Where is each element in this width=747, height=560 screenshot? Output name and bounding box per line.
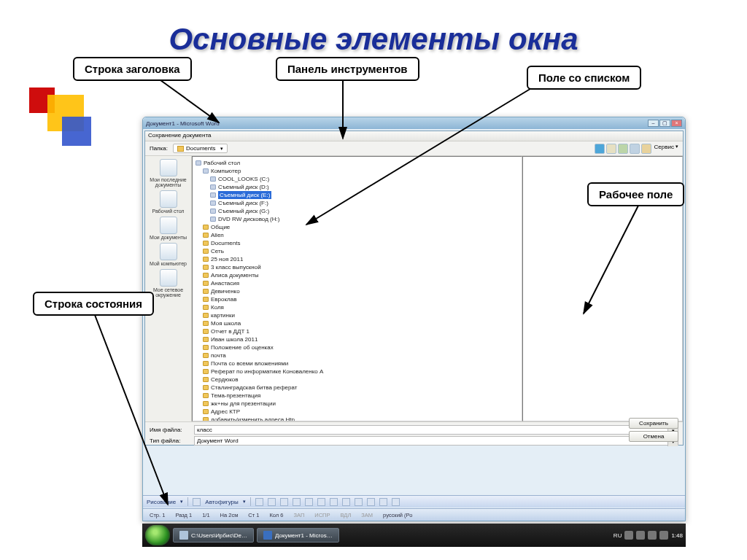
wordart-icon[interactable] xyxy=(317,498,325,506)
font-color-icon[interactable] xyxy=(392,498,400,506)
place-mydocs[interactable]: Мои документы xyxy=(147,217,190,240)
chevron-down-icon: ▾ xyxy=(220,146,223,152)
folder-icon xyxy=(203,289,209,294)
folder-icon xyxy=(203,401,209,406)
line-color-icon[interactable] xyxy=(379,498,387,506)
explorer-icon xyxy=(179,531,188,540)
dvd-icon xyxy=(210,217,216,222)
folder-icon xyxy=(203,329,209,334)
folder-combo[interactable]: Documents ▾ xyxy=(173,144,228,153)
file-name-input[interactable]: класс ▾ xyxy=(194,425,678,435)
maximize-button[interactable]: ▢ xyxy=(659,120,670,127)
tray-icon[interactable] xyxy=(624,531,633,540)
drive-icon xyxy=(210,184,216,190)
arrow-tool-icon[interactable] xyxy=(268,498,276,506)
folder-icon xyxy=(203,409,209,414)
taskbar-item-word[interactable]: Документ1 - Micros… xyxy=(257,528,339,542)
folder-icon xyxy=(203,297,209,302)
status-line: Ст 1 xyxy=(246,512,261,518)
start-button[interactable] xyxy=(145,525,170,545)
delete-icon[interactable] xyxy=(618,144,628,154)
save-button[interactable]: Сохранить xyxy=(629,418,678,429)
status-zap: ЗАП xyxy=(291,512,306,518)
folder-icon xyxy=(203,321,209,326)
callout-title-bar: Строка заголовка xyxy=(73,57,192,81)
computer-icon xyxy=(160,243,177,260)
save-dialog-footer: Имя файла: класс ▾ Тип файла: Документ W… xyxy=(145,421,683,448)
folder-tree[interactable]: Рабочий стол Компьютер COOL_LOOKS (C:) С… xyxy=(192,156,522,421)
place-desktop[interactable]: Рабочий стол xyxy=(147,190,190,214)
desktop-icon xyxy=(196,160,201,166)
network-icon[interactable] xyxy=(659,531,668,540)
status-lang: русский (Ро xyxy=(381,512,414,518)
file-name-label: Имя файла: xyxy=(150,427,190,433)
drive-icon xyxy=(210,192,216,198)
callout-work-area: Рабочее поле xyxy=(587,182,684,206)
select-tool-icon[interactable] xyxy=(193,498,201,506)
chevron-down-icon: ▾ xyxy=(243,499,246,505)
cancel-button[interactable]: Отмена xyxy=(629,431,678,442)
callout-combo: Поле со списком xyxy=(527,66,641,90)
status-page: Стр. 1 xyxy=(147,512,167,518)
diagram-icon[interactable] xyxy=(330,498,338,506)
folder-icon xyxy=(203,337,209,342)
clipart-icon[interactable] xyxy=(342,498,350,506)
chevron-down-icon: ▾ xyxy=(676,144,678,154)
recent-icon xyxy=(160,159,177,176)
docs-icon xyxy=(160,217,177,234)
folder-icon xyxy=(203,417,209,421)
folder-icon xyxy=(203,257,209,262)
callout-toolbar: Панель инструментов xyxy=(276,57,419,81)
decor-square-blue xyxy=(62,117,91,146)
fill-color-icon[interactable] xyxy=(367,498,375,506)
drawing-label[interactable]: Рисование xyxy=(147,499,176,505)
status-pages: 1/1 xyxy=(200,512,212,518)
status-ispr: ИСПР xyxy=(312,512,332,518)
folder-icon xyxy=(203,393,209,398)
status-col: Кол 6 xyxy=(267,512,285,518)
status-vdl: ВДЛ xyxy=(338,512,353,518)
slide-title: Основные элементы окна xyxy=(0,22,747,57)
folder-icon xyxy=(203,369,209,374)
callout-status-bar: Строка состояния xyxy=(33,292,154,316)
taskbar-item-explorer[interactable]: C:\Users\Ирбис\De… xyxy=(173,528,254,542)
back-icon[interactable] xyxy=(595,144,605,154)
taskbar: C:\Users\Ирбис\De… Документ1 - Micros… R… xyxy=(142,524,686,547)
folder-name: Documents xyxy=(186,145,215,152)
folder-label: Папка: xyxy=(150,145,170,152)
oval-tool-icon[interactable] xyxy=(293,498,301,506)
folder-icon xyxy=(203,313,209,318)
place-mycomputer[interactable]: Мой компьютер xyxy=(147,243,190,266)
status-at: На 2см xyxy=(218,512,241,518)
folder-icon xyxy=(203,377,209,382)
folder-icon xyxy=(203,361,209,366)
drawing-toolbar: Рисование ▾ Автофигуры ▾ xyxy=(143,495,685,508)
window-title-text: Документ1 - Microsoft Word xyxy=(146,120,220,127)
folder-icon xyxy=(203,265,209,270)
save-dialog: Сохранение документа Папка: Documents ▾ … xyxy=(144,131,684,446)
chevron-down-icon: ▾ xyxy=(180,499,183,505)
rect-tool-icon[interactable] xyxy=(280,498,288,506)
volume-icon[interactable] xyxy=(648,531,657,540)
minimize-button[interactable]: – xyxy=(648,120,659,127)
lang-indicator[interactable]: RU xyxy=(614,532,622,539)
file-type-label: Тип файла: xyxy=(150,438,190,444)
up-folder-icon[interactable] xyxy=(606,144,616,154)
views-icon[interactable] xyxy=(641,144,651,154)
folder-icon xyxy=(203,225,209,230)
place-recent[interactable]: Мои последние документы xyxy=(147,159,190,187)
drive-icon xyxy=(210,209,216,214)
autoshapes-menu[interactable]: Автофигуры xyxy=(205,499,239,505)
textbox-tool-icon[interactable] xyxy=(305,498,313,506)
tray-icon[interactable] xyxy=(636,531,645,540)
window-titlebar[interactable]: Документ1 - Microsoft Word – ▢ × xyxy=(143,117,685,129)
taskbar-clock[interactable]: 1:48 xyxy=(671,532,683,539)
drive-icon xyxy=(210,176,216,182)
status-section: Разд 1 xyxy=(173,512,194,518)
picture-icon[interactable] xyxy=(355,498,363,506)
new-folder-icon[interactable] xyxy=(630,144,640,154)
close-button[interactable]: × xyxy=(671,120,682,127)
service-menu[interactable]: Сервис xyxy=(654,144,674,154)
line-tool-icon[interactable] xyxy=(255,498,263,506)
file-type-combo[interactable]: Документ Word ▾ xyxy=(194,436,678,446)
